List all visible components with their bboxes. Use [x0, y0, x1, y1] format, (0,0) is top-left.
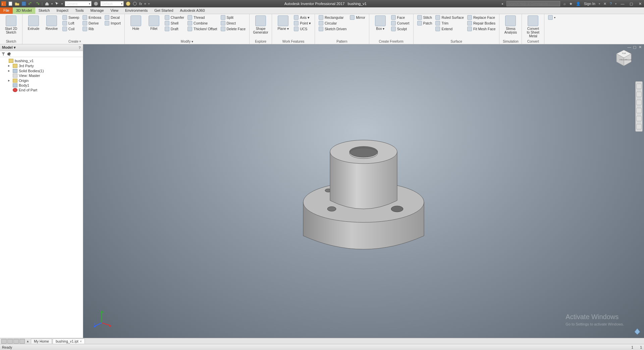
tree-node-solid-bodies-1-[interactable]: ▸Solid Bodies(1): [1, 68, 82, 73]
draft-button[interactable]: Draft: [164, 26, 185, 32]
undo-icon[interactable]: [28, 1, 33, 6]
doc-layout-2-icon[interactable]: [7, 339, 13, 344]
inventor-corner-icon[interactable]: [633, 327, 641, 335]
new-icon[interactable]: [8, 1, 13, 6]
browser-close-button[interactable]: ×: [78, 40, 82, 44]
patch-button[interactable]: Patch: [416, 20, 433, 26]
star-icon[interactable]: ★: [569, 2, 573, 6]
tree-twist[interactable]: ▸: [8, 63, 11, 68]
sign-in-dd[interactable]: ▾: [599, 2, 600, 5]
extend-button[interactable]: Extend: [434, 26, 465, 32]
search-input[interactable]: [506, 1, 560, 6]
find-icon[interactable]: [7, 52, 11, 56]
repair-bodies-button[interactable]: Repair Bodies: [466, 20, 497, 26]
tab-3d-model[interactable]: 3D Model: [13, 7, 35, 14]
tab-view[interactable]: View: [107, 7, 122, 14]
sculpt-button[interactable]: Sculpt: [390, 26, 411, 32]
emboss-button[interactable]: Emboss: [82, 15, 102, 20]
material-dropdown[interactable]: Generic: [65, 1, 92, 6]
fit-mesh-face-button[interactable]: Fit Mesh Face: [466, 26, 497, 32]
tree-node-view-master[interactable]: View: Master: [1, 73, 82, 78]
stitch-button[interactable]: Stitch: [416, 15, 433, 20]
derive-button[interactable]: Derive: [82, 20, 102, 26]
doc-layout-3-icon[interactable]: [13, 339, 19, 344]
point--button[interactable]: Point ▾: [293, 20, 312, 26]
shape-button[interactable]: Shape Generator: [252, 15, 269, 35]
doc-tab-my-home[interactable]: My Home: [31, 339, 52, 344]
material-swatch-icon[interactable]: [94, 1, 98, 6]
tab-autodesk-a360[interactable]: Autodesk A360: [177, 7, 208, 14]
search-go-icon[interactable]: ⌕: [564, 2, 566, 6]
thread-button[interactable]: Thread: [186, 15, 218, 20]
plane-button[interactable]: Plane ▾: [275, 15, 291, 31]
tab-tools[interactable]: Tools: [72, 7, 87, 14]
tree-node-body1[interactable]: Body1: [1, 83, 82, 88]
browser-header[interactable]: Model ▾ ?: [0, 44, 83, 51]
extrude-button[interactable]: Extrude: [25, 15, 42, 31]
tree-node-3rd-party[interactable]: ▸3rd Party: [1, 63, 82, 68]
trim-button[interactable]: Trim: [434, 20, 465, 26]
ruled-surface-button[interactable]: Ruled Surface: [434, 15, 465, 20]
loft-button[interactable]: Loft: [61, 20, 80, 26]
mirror-button[interactable]: Mirror: [349, 15, 366, 20]
rectangular-button[interactable]: Rectangular: [318, 15, 347, 20]
tree-node-bushing-v1[interactable]: bushing_v1: [1, 58, 82, 63]
tab-get-started[interactable]: Get Started: [151, 7, 176, 14]
plus-icon[interactable]: +: [144, 2, 146, 6]
box-button[interactable]: Box ▾: [372, 15, 389, 31]
doc-tab-close-button[interactable]: ×: [80, 339, 82, 343]
restore-button[interactable]: ▢: [629, 1, 634, 6]
decal-button[interactable]: Decal: [104, 15, 122, 20]
appearance-dropdown[interactable]: Default: [100, 1, 124, 6]
steering-wheel-icon[interactable]: [636, 84, 642, 89]
thicken-offset-button[interactable]: Thicken/ Offset: [186, 26, 218, 32]
help-icon[interactable]: ?: [610, 2, 612, 6]
open-icon[interactable]: [15, 1, 19, 6]
vp-close-button[interactable]: ✕: [638, 45, 642, 49]
tab-sketch[interactable]: Sketch: [35, 7, 53, 14]
doc-tab-bushing-v1-ipt[interactable]: bushing_v1.ipt×: [53, 339, 85, 344]
lookat-icon[interactable]: [636, 116, 642, 121]
axis--button[interactable]: Axis ▾: [293, 15, 312, 20]
import-button[interactable]: Import: [104, 20, 122, 26]
user-icon[interactable]: 👤: [576, 2, 581, 6]
select-icon[interactable]: [55, 1, 59, 6]
home-icon[interactable]: [45, 1, 49, 6]
ucs-button[interactable]: UCS: [293, 26, 312, 32]
direct-button[interactable]: Direct: [220, 20, 247, 26]
zoom-icon[interactable]: [636, 100, 642, 105]
fillet-button[interactable]: Fillet: [146, 15, 162, 31]
stress-button[interactable]: Stress Analysis: [502, 15, 519, 35]
start-button[interactable]: Start 2D Sketch: [3, 15, 19, 35]
view-cube[interactable]: FRONT RIGHT TOP: [614, 48, 634, 69]
delete-face-button[interactable]: Delete Face: [220, 26, 247, 32]
browser-help-icon[interactable]: ?: [78, 46, 81, 50]
tree-node-end-of-part[interactable]: End of Part: [1, 88, 82, 92]
chamfer-button[interactable]: Chamfer: [164, 15, 185, 20]
ribbon-appearance-dd[interactable]: ▾: [547, 15, 556, 20]
split-button[interactable]: Split: [220, 15, 247, 20]
fx-icon[interactable]: fx: [139, 2, 142, 6]
sweep-button[interactable]: Sweep: [61, 15, 80, 20]
pan-icon[interactable]: [636, 92, 642, 97]
coil-button[interactable]: Coil: [61, 26, 80, 32]
doc-tabs-up-icon[interactable]: ▴: [25, 339, 30, 343]
qat-misc-icon[interactable]: [132, 1, 137, 6]
qat-dd-2[interactable]: ▾: [61, 2, 63, 5]
orbit-icon[interactable]: [636, 108, 642, 113]
close-button[interactable]: ✕: [637, 1, 643, 6]
info-chevron-icon[interactable]: ◂: [501, 2, 503, 5]
hole-button[interactable]: Hole: [127, 15, 144, 31]
exchange-icon[interactable]: ✕: [603, 2, 606, 6]
sketch-driven-button[interactable]: Sketch Driven: [318, 26, 347, 32]
appearance-swatch-icon[interactable]: [126, 1, 130, 6]
save-icon[interactable]: [21, 1, 26, 6]
tab-environments[interactable]: Environments: [122, 7, 151, 14]
convert-button[interactable]: Convert: [390, 20, 411, 26]
rib-button[interactable]: Rib: [82, 26, 102, 32]
filter-icon[interactable]: [1, 52, 5, 56]
tree-node-origin[interactable]: ▸Origin: [1, 78, 82, 83]
convert-to-button[interactable]: Convert to Sheet Metal: [525, 15, 541, 39]
circular-button[interactable]: Circular: [318, 20, 347, 26]
face-button[interactable]: Face: [390, 15, 411, 20]
